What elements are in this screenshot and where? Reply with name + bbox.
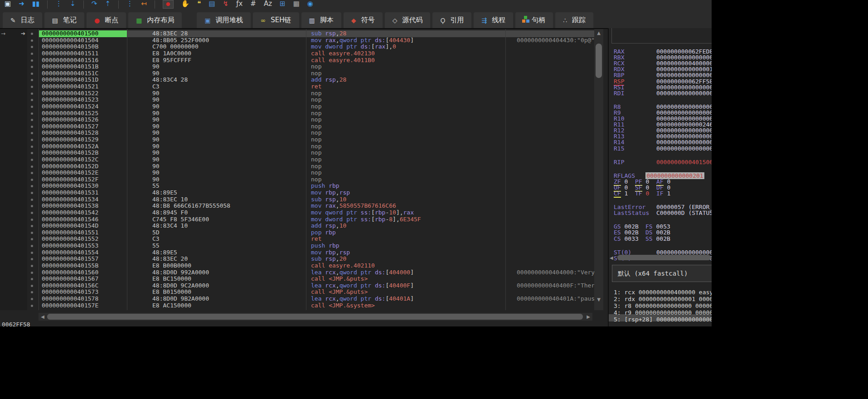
tab-call-stack[interactable]: ▣调用堆栈 bbox=[197, 12, 250, 28]
breakpoint-dot[interactable] bbox=[31, 159, 33, 161]
disasm-row[interactable]: 000000000040155748:83EC 20sub rsp,20 bbox=[0, 256, 608, 263]
argument-row[interactable]: 5: [rsp+28] 0000000000000000 0 bbox=[614, 316, 712, 323]
flag-name[interactable]: CF bbox=[614, 190, 621, 198]
register-row[interactable]: RDI 0000000000000000 bbox=[614, 90, 712, 96]
breakpoint-dot[interactable] bbox=[31, 305, 33, 307]
breakpoint-dot[interactable] bbox=[31, 146, 33, 148]
breakpoint-dot[interactable] bbox=[31, 212, 33, 214]
disassembly-vertical-scrollbar[interactable]: ▲ ▼ bbox=[594, 29, 603, 310]
tab-log[interactable]: ✎日志 bbox=[3, 12, 42, 28]
back-icon[interactable]: ↤ bbox=[141, 0, 147, 8]
breakpoint-dot[interactable] bbox=[31, 192, 33, 194]
comment-icon[interactable]: ❝ bbox=[197, 0, 201, 8]
disassembly-horizontal-scrollbar[interactable]: ◀ ▶ bbox=[39, 313, 592, 321]
disasm-row[interactable]: 000000000040152F90nop bbox=[0, 176, 608, 183]
breakpoint-dot[interactable] bbox=[31, 205, 33, 207]
flag-name[interactable]: TF bbox=[635, 190, 642, 197]
disasm-row[interactable]: 000000000040153848:B8 666C61677B555058mo… bbox=[0, 203, 608, 209]
disasm-row[interactable]: 000000000040150BC700 00000000mov dword p… bbox=[0, 44, 608, 50]
disasm-row[interactable]: 000000000040153148:89E5mov rbp,rsp bbox=[0, 190, 608, 196]
flag-name[interactable]: IF bbox=[656, 190, 664, 197]
disassembly-view[interactable]: →➔000000000040150048:83EC 28sub rsp,2800… bbox=[0, 28, 608, 326]
calling-convention-select[interactable]: 默认 (x64 fastcall) bbox=[612, 265, 712, 282]
breakpoint-dot[interactable] bbox=[31, 172, 33, 174]
disasm-row[interactable]: 0000000000401516E8 95FCFFFFcall easyre.4… bbox=[0, 57, 608, 64]
disasm-row[interactable]: 000000000040152990nop bbox=[0, 136, 608, 143]
argument-row[interactable]: 1: rcx 0000000000400000 easy bbox=[614, 289, 712, 296]
breakpoint-dot[interactable] bbox=[31, 272, 33, 274]
disasm-row[interactable]: 0000000000401521C3ret bbox=[0, 83, 608, 90]
breakpoint-dot[interactable] bbox=[31, 152, 33, 154]
tab-references[interactable]: Ϙ引用 bbox=[432, 12, 471, 28]
tab-symbols[interactable]: ◆符号 bbox=[344, 12, 383, 28]
table-icon[interactable]: ⊞ bbox=[280, 0, 286, 8]
tab-breakpoints[interactable]: ●断点 bbox=[87, 12, 126, 28]
breakpoint-dot[interactable] bbox=[31, 92, 33, 95]
scroll-left-icon[interactable]: ◀ bbox=[39, 313, 47, 321]
disasm-row[interactable]: 000000000040151D48:83C4 28add rsp,28 bbox=[0, 77, 608, 83]
disasm-row[interactable]: 0000000000401552C3ret bbox=[0, 236, 608, 243]
argument-row[interactable]: 3: r8 0000000000000000 00000 bbox=[614, 302, 712, 309]
case-icon[interactable]: Az bbox=[264, 0, 272, 8]
scroll-down-icon[interactable]: ▼ bbox=[594, 296, 603, 303]
horizontal-scroll-thumb[interactable] bbox=[47, 314, 583, 320]
disasm-row[interactable]: 000000000040153448:83EC 10sub rsp,10 bbox=[0, 196, 608, 203]
disasm-row[interactable]: 000000000040151B90nop bbox=[0, 63, 608, 70]
disasm-row[interactable]: 0000000000401573E8 B0150000call <JMP.&pu… bbox=[0, 289, 608, 296]
register-row[interactable]: CF 1TF 0IF 1 bbox=[614, 190, 678, 196]
options-dots-icon[interactable]: ⋮ bbox=[55, 0, 62, 8]
registers-scroll-thumb[interactable] bbox=[617, 255, 711, 260]
breakpoint-dot[interactable] bbox=[31, 73, 33, 75]
breakpoint-dot[interactable] bbox=[31, 165, 33, 168]
register-row[interactable]: CS 0033SS 002B bbox=[614, 236, 677, 242]
registers-horizontal-scrollbar[interactable]: ◀ bbox=[610, 254, 712, 261]
breakpoint-dot[interactable] bbox=[31, 298, 33, 300]
breakpoint-toggle-icon[interactable]: ● bbox=[163, 0, 174, 9]
breakpoint-dot[interactable] bbox=[31, 126, 33, 128]
disasm-row[interactable]: 000000000040152390nop bbox=[0, 97, 608, 103]
breakpoint-dot[interactable] bbox=[31, 219, 33, 221]
disasm-row[interactable]: 000000000040153055push rbp bbox=[0, 183, 608, 190]
step-into-icon[interactable]: ⇣ bbox=[70, 0, 76, 8]
disasm-row[interactable]: 000000000040152C90nop bbox=[0, 156, 608, 163]
scroll-right-icon[interactable]: ▶ bbox=[584, 313, 592, 321]
disasm-row[interactable]: 000000000040152790nop bbox=[0, 123, 608, 130]
disasm-row[interactable]: 0000000000401511E8 1A0C0000call easyre.4… bbox=[0, 50, 608, 57]
tab-notes[interactable]: ▤笔记 bbox=[44, 12, 84, 28]
disasm-row[interactable]: 0000000000401546C745 F8 5F346E00mov dwor… bbox=[0, 216, 608, 223]
registers-panel[interactable]: RAX 000000000062FED8RBX 0000000000000000… bbox=[608, 28, 712, 326]
vertical-scroll-thumb[interactable] bbox=[596, 44, 602, 78]
step-out-icon[interactable]: ⇡ bbox=[105, 0, 111, 8]
breakpoint-dot[interactable] bbox=[31, 185, 33, 187]
disasm-row[interactable]: 000000000040152690nop bbox=[0, 117, 608, 123]
fx-icon[interactable]: ƒx bbox=[236, 0, 242, 8]
stack-icon[interactable]: ▤ bbox=[209, 0, 215, 8]
tab-memory-map[interactable]: ▦内存布局 bbox=[128, 12, 182, 28]
breakpoint-dot[interactable] bbox=[31, 179, 33, 181]
tab-handles[interactable]: 句柄 bbox=[515, 12, 553, 28]
trace-dots-icon[interactable]: ⋮ bbox=[126, 0, 133, 8]
highlight-icon[interactable]: ↯ bbox=[223, 0, 229, 8]
disasm-row[interactable]: 000000000040154D48:83C4 10add rsp,10 bbox=[0, 223, 608, 229]
breakpoint-dot[interactable] bbox=[31, 245, 33, 247]
breakpoint-dot[interactable] bbox=[31, 238, 33, 240]
tab-threads[interactable]: ⇶线程 bbox=[474, 12, 513, 28]
hash-icon[interactable]: # bbox=[250, 0, 256, 8]
breakpoint-dot[interactable] bbox=[31, 79, 33, 81]
breakpoint-dot[interactable] bbox=[31, 291, 33, 293]
disasm-row[interactable]: 000000000040152890nop bbox=[0, 130, 608, 136]
disasm-row[interactable]: 000000000040152B90nop bbox=[0, 150, 608, 156]
step-over-icon[interactable]: ↷ bbox=[92, 0, 97, 8]
breakpoint-dot[interactable] bbox=[31, 199, 33, 201]
breakpoint-dot[interactable] bbox=[31, 106, 33, 108]
register-row[interactable]: LastStatus C000000D (STATUS_ bbox=[614, 210, 712, 216]
open-file-icon[interactable]: ▣ bbox=[5, 0, 11, 8]
disasm-row[interactable]: 000000000040154248:8945 F0mov qword ptr … bbox=[0, 209, 608, 216]
disasm-row[interactable]: 000000000040157EE8 AC150000call <JMP.&sy… bbox=[0, 302, 608, 309]
disasm-row[interactable]: 000000000040156C48:8D0D 9C2A0000lea rcx,… bbox=[0, 282, 608, 289]
breakpoint-dot[interactable] bbox=[31, 99, 33, 101]
scroll-up-icon[interactable]: ▲ bbox=[594, 29, 603, 37]
breakpoint-dot[interactable] bbox=[31, 258, 33, 260]
disasm-row[interactable]: 000000000040152290nop bbox=[0, 90, 608, 97]
breakpoint-dot[interactable] bbox=[31, 53, 33, 55]
